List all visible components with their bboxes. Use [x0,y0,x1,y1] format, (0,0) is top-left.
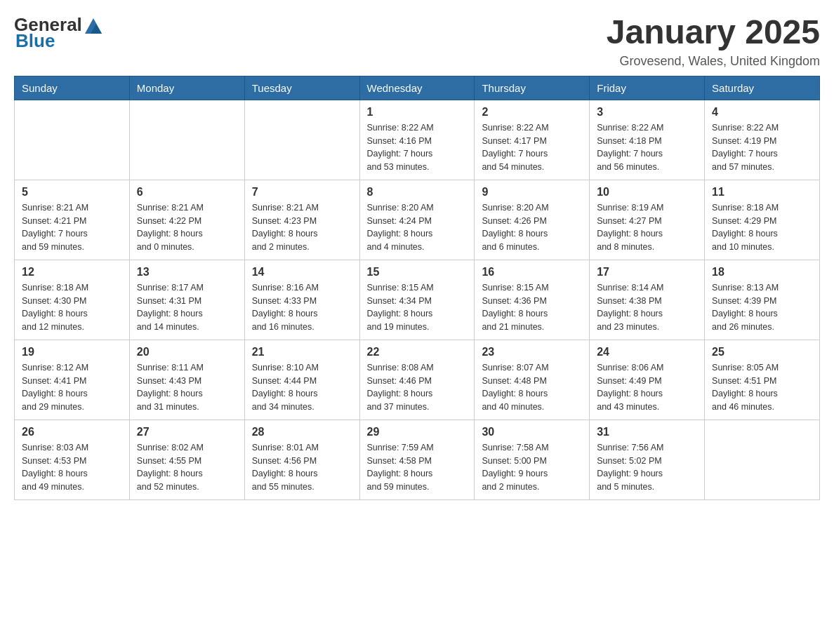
day-info: Sunrise: 8:22 AMSunset: 4:19 PMDaylight:… [712,121,812,174]
day-number: 19 [22,346,122,358]
calendar-header-monday: Monday [129,76,244,100]
day-info: Sunrise: 8:03 AMSunset: 4:53 PMDaylight:… [22,441,122,494]
calendar-cell [15,100,130,180]
day-number: 18 [712,266,812,279]
day-info: Sunrise: 8:07 AMSunset: 4:48 PMDaylight:… [482,361,582,414]
day-info: Sunrise: 8:11 AMSunset: 4:43 PMDaylight:… [137,361,237,414]
day-number: 4 [712,106,812,119]
month-title: January 2025 [607,14,820,51]
day-number: 28 [252,426,352,438]
day-number: 29 [367,426,468,438]
day-number: 14 [252,266,352,279]
calendar-header-sunday: Sunday [15,76,130,100]
day-number: 1 [367,106,468,119]
day-info: Sunrise: 8:01 AMSunset: 4:56 PMDaylight:… [252,441,352,494]
day-number: 11 [712,186,812,199]
calendar-cell [129,100,244,180]
day-number: 26 [22,426,122,438]
calendar-cell: 1Sunrise: 8:22 AMSunset: 4:16 PMDaylight… [359,100,475,180]
location-text: Grovesend, Wales, United Kingdom [607,54,820,69]
logo-blue-text: Blue [15,30,55,52]
calendar-cell: 15Sunrise: 8:15 AMSunset: 4:34 PMDayligh… [359,260,475,340]
calendar-week-5: 26Sunrise: 8:03 AMSunset: 4:53 PMDayligh… [15,420,820,499]
calendar-cell: 16Sunrise: 8:15 AMSunset: 4:36 PMDayligh… [475,260,590,340]
calendar-week-1: 1Sunrise: 8:22 AMSunset: 4:16 PMDaylight… [15,100,820,180]
day-info: Sunrise: 8:16 AMSunset: 4:33 PMDaylight:… [252,281,352,334]
day-info: Sunrise: 8:21 AMSunset: 4:23 PMDaylight:… [252,201,352,254]
calendar-cell: 12Sunrise: 8:18 AMSunset: 4:30 PMDayligh… [15,260,130,340]
day-number: 10 [597,186,697,199]
calendar-cell: 31Sunrise: 7:56 AMSunset: 5:02 PMDayligh… [590,420,705,499]
calendar-cell: 10Sunrise: 8:19 AMSunset: 4:27 PMDayligh… [590,180,705,260]
calendar-header-friday: Friday [590,76,705,100]
day-number: 22 [367,346,468,358]
day-number: 3 [597,106,697,119]
calendar-header-thursday: Thursday [475,76,590,100]
day-info: Sunrise: 8:21 AMSunset: 4:22 PMDaylight:… [137,201,237,254]
day-number: 16 [482,266,582,279]
day-number: 5 [22,186,122,199]
day-number: 24 [597,346,697,358]
day-info: Sunrise: 8:15 AMSunset: 4:34 PMDaylight:… [367,281,468,334]
day-info: Sunrise: 8:22 AMSunset: 4:16 PMDaylight:… [367,121,468,174]
calendar-cell: 27Sunrise: 8:02 AMSunset: 4:55 PMDayligh… [129,420,244,499]
day-info: Sunrise: 8:05 AMSunset: 4:51 PMDaylight:… [712,361,812,414]
calendar-cell: 21Sunrise: 8:10 AMSunset: 4:44 PMDayligh… [244,340,359,420]
day-info: Sunrise: 7:56 AMSunset: 5:02 PMDaylight:… [597,441,697,494]
day-info: Sunrise: 8:19 AMSunset: 4:27 PMDaylight:… [597,201,697,254]
day-info: Sunrise: 7:58 AMSunset: 5:00 PMDaylight:… [482,441,582,494]
day-info: Sunrise: 8:02 AMSunset: 4:55 PMDaylight:… [137,441,237,494]
day-number: 25 [712,346,812,358]
page-header: General Blue January 2025 Grovesend, Wal… [14,14,820,69]
day-number: 21 [252,346,352,358]
calendar-cell: 19Sunrise: 8:12 AMSunset: 4:41 PMDayligh… [15,340,130,420]
day-number: 17 [597,266,697,279]
calendar-cell: 14Sunrise: 8:16 AMSunset: 4:33 PMDayligh… [244,260,359,340]
day-info: Sunrise: 8:08 AMSunset: 4:46 PMDaylight:… [367,361,468,414]
day-number: 13 [137,266,237,279]
day-info: Sunrise: 8:15 AMSunset: 4:36 PMDaylight:… [482,281,582,334]
day-number: 7 [252,186,352,199]
calendar-cell: 20Sunrise: 8:11 AMSunset: 4:43 PMDayligh… [129,340,244,420]
calendar-cell: 8Sunrise: 8:20 AMSunset: 4:24 PMDaylight… [359,180,475,260]
day-info: Sunrise: 8:21 AMSunset: 4:21 PMDaylight:… [22,201,122,254]
day-number: 9 [482,186,582,199]
day-info: Sunrise: 8:06 AMSunset: 4:49 PMDaylight:… [597,361,697,414]
calendar-cell: 11Sunrise: 8:18 AMSunset: 4:29 PMDayligh… [705,180,820,260]
calendar-cell [244,100,359,180]
calendar-cell: 6Sunrise: 8:21 AMSunset: 4:22 PMDaylight… [129,180,244,260]
calendar-cell: 5Sunrise: 8:21 AMSunset: 4:21 PMDaylight… [15,180,130,260]
calendar-header-tuesday: Tuesday [244,76,359,100]
calendar-cell [705,420,820,499]
day-info: Sunrise: 8:20 AMSunset: 4:24 PMDaylight:… [367,201,468,254]
calendar-cell: 24Sunrise: 8:06 AMSunset: 4:49 PMDayligh… [590,340,705,420]
calendar-cell: 17Sunrise: 8:14 AMSunset: 4:38 PMDayligh… [590,260,705,340]
day-info: Sunrise: 8:18 AMSunset: 4:30 PMDaylight:… [22,281,122,334]
calendar-cell: 7Sunrise: 8:21 AMSunset: 4:23 PMDaylight… [244,180,359,260]
day-info: Sunrise: 8:13 AMSunset: 4:39 PMDaylight:… [712,281,812,334]
calendar-cell: 9Sunrise: 8:20 AMSunset: 4:26 PMDaylight… [475,180,590,260]
calendar-cell: 23Sunrise: 8:07 AMSunset: 4:48 PMDayligh… [475,340,590,420]
day-info: Sunrise: 8:12 AMSunset: 4:41 PMDaylight:… [22,361,122,414]
calendar-cell: 4Sunrise: 8:22 AMSunset: 4:19 PMDaylight… [705,100,820,180]
day-number: 31 [597,426,697,438]
calendar-cell: 18Sunrise: 8:13 AMSunset: 4:39 PMDayligh… [705,260,820,340]
day-info: Sunrise: 7:59 AMSunset: 4:58 PMDaylight:… [367,441,468,494]
calendar-cell: 22Sunrise: 8:08 AMSunset: 4:46 PMDayligh… [359,340,475,420]
day-number: 8 [367,186,468,199]
calendar-cell: 26Sunrise: 8:03 AMSunset: 4:53 PMDayligh… [15,420,130,499]
day-info: Sunrise: 8:22 AMSunset: 4:18 PMDaylight:… [597,121,697,174]
day-info: Sunrise: 8:14 AMSunset: 4:38 PMDaylight:… [597,281,697,334]
calendar-week-2: 5Sunrise: 8:21 AMSunset: 4:21 PMDaylight… [15,180,820,260]
title-section: January 2025 Grovesend, Wales, United Ki… [607,14,820,69]
calendar-header-row: SundayMondayTuesdayWednesdayThursdayFrid… [15,76,820,100]
day-number: 30 [482,426,582,438]
calendar-cell: 28Sunrise: 8:01 AMSunset: 4:56 PMDayligh… [244,420,359,499]
calendar-cell: 30Sunrise: 7:58 AMSunset: 5:00 PMDayligh… [475,420,590,499]
calendar-cell: 25Sunrise: 8:05 AMSunset: 4:51 PMDayligh… [705,340,820,420]
calendar-header-saturday: Saturday [705,76,820,100]
calendar-cell: 13Sunrise: 8:17 AMSunset: 4:31 PMDayligh… [129,260,244,340]
day-number: 6 [137,186,237,199]
day-number: 2 [482,106,582,119]
calendar-week-4: 19Sunrise: 8:12 AMSunset: 4:41 PMDayligh… [15,340,820,420]
